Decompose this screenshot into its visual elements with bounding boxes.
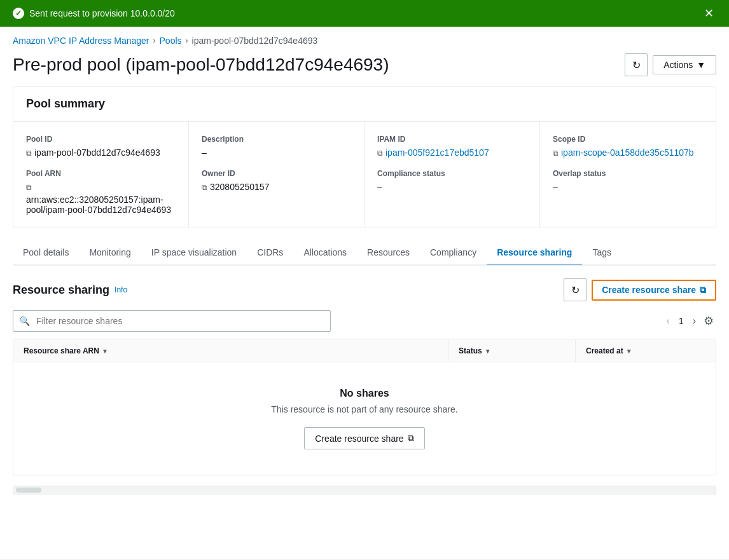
ipam-id-copy-icon[interactable]: ⧉ [377,149,383,158]
pool-id-copy-icon[interactable]: ⧉ [26,149,32,158]
section-actions: ↻ Create resource share ⧉ [564,278,716,301]
success-banner: ✓ Sent request to provision 10.0.0.0/20 … [0,0,729,27]
breadcrumb-link-vpc[interactable]: Amazon VPC IP Address Manager [13,36,149,46]
search-bar: 🔍 [13,310,331,332]
owner-id-label: Owner ID [202,169,351,178]
ipam-id-label: IPAM ID [377,135,527,144]
empty-state: No shares This resource is not part of a… [13,362,716,475]
horizontal-scrollbar [13,486,716,495]
col-resource-share-arn[interactable]: Resource share ARN ▼ [13,340,448,362]
col-status-sort-icon: ▼ [485,348,491,355]
pool-id-value: ⧉ ipam-pool-07bdd12d7c94e4693 [26,147,176,158]
compliance-status-field: Compliance status – [377,169,527,192]
scope-id-value[interactable]: ⧉ ipam-scope-0a158dde35c51107b [553,147,703,158]
owner-id-value: ⧉ 320805250157 [202,182,351,192]
pool-arn-copy-icon[interactable]: ⧉ [26,183,32,192]
scope-id-label: Scope ID [553,135,703,144]
compliance-status-label: Compliance status [377,169,527,178]
tab-monitoring[interactable]: Monitoring [79,241,141,266]
create-resource-share-header-button[interactable]: Create resource share ⧉ [592,280,716,301]
description-value: – [202,147,351,158]
resource-sharing-section: Resource sharing Info ↻ Create resource … [13,278,716,475]
empty-title: No shares [26,388,703,399]
main-content: Amazon VPC IP Address Manager › Pools › … [0,27,729,559]
col-status-label: Status [459,346,482,355]
refresh-button[interactable]: ↻ [625,53,648,76]
scope-id-text: ipam-scope-0a158dde35c51107b [561,147,694,158]
pool-summary-title: Pool summary [26,97,105,110]
pool-arn-value: ⧉ arn:aws:ec2::320805250157:ipam-pool/ip… [26,182,176,215]
create-resource-share-empty-button[interactable]: Create resource share ⧉ [304,427,424,449]
create-share-header-label: Create resource share [602,285,696,295]
tab-ip-space-visualization[interactable]: IP space visualization [141,241,247,266]
owner-id-text: 320805250157 [210,182,269,192]
owner-id-field: Owner ID ⧉ 320805250157 [202,169,351,192]
summary-col-4: Scope ID ⧉ ipam-scope-0a158dde35c51107b … [540,122,716,228]
col-resource-share-arn-sort-icon: ▼ [102,348,108,355]
ipam-id-field: IPAM ID ⧉ ipam-005f921c17ebd5107 [377,135,527,158]
actions-button[interactable]: Actions ▼ [653,55,716,74]
col-created-at[interactable]: Created at ▼ [576,340,716,362]
pool-summary-card: Pool summary Pool ID ⧉ ipam-pool-07bdd12… [13,86,716,228]
prev-page-button[interactable]: ‹ [664,314,672,328]
tab-cidrs[interactable]: CIDRs [247,241,293,266]
pool-arn-field: Pool ARN ⧉ arn:aws:ec2::320805250157:ipa… [26,169,176,215]
compliance-status-value: – [377,182,527,192]
tab-tags[interactable]: Tags [582,241,621,266]
close-banner-button[interactable]: ✕ [702,6,716,20]
pool-arn-label: Pool ARN [26,169,176,178]
pool-summary-grid: Pool ID ⧉ ipam-pool-07bdd12d7c94e4693 Po… [13,121,716,228]
pool-id-text: ipam-pool-07bdd12d7c94e4693 [34,147,160,158]
breadcrumb: Amazon VPC IP Address Manager › Pools › … [0,27,729,51]
page-nav: ‹ 1 › ⚙ [664,313,716,329]
scope-id-field: Scope ID ⧉ ipam-scope-0a158dde35c51107b [553,135,703,158]
section-header: Resource sharing Info ↻ Create resource … [13,278,716,301]
search-input[interactable] [13,310,331,332]
resource-shares-table: Resource share ARN ▼ Status ▼ Created at… [13,339,716,475]
description-label: Description [202,135,351,144]
actions-label: Actions [663,60,693,70]
scope-id-copy-icon[interactable]: ⧉ [553,149,559,158]
actions-chevron-icon: ▼ [697,60,705,70]
empty-desc: This resource is not part of any resourc… [26,404,703,414]
table-settings-button[interactable]: ⚙ [701,313,716,329]
summary-col-2: Description – Owner ID ⧉ 320805250157 [189,122,364,228]
search-row: 🔍 ‹ 1 › ⚙ [13,310,716,332]
col-status[interactable]: Status ▼ [448,340,576,362]
external-link-icon: ⧉ [700,285,706,296]
overlap-status-label: Overlap status [553,169,703,178]
owner-id-copy-icon[interactable]: ⧉ [202,183,207,192]
description-field: Description – [202,135,351,158]
ipam-id-text: ipam-005f921c17ebd5107 [385,147,489,158]
table-header: Resource share ARN ▼ Status ▼ Created at… [13,340,716,362]
section-refresh-button[interactable]: ↻ [564,278,587,301]
tab-allocations[interactable]: Allocations [293,241,357,266]
col-created-at-label: Created at [586,346,623,355]
next-page-button[interactable]: › [690,314,698,328]
banner-left: ✓ Sent request to provision 10.0.0.0/20 [13,8,175,19]
ipam-id-value[interactable]: ⧉ ipam-005f921c17ebd5107 [377,147,527,158]
col-created-at-sort-icon: ▼ [626,348,632,355]
success-icon: ✓ [13,8,24,19]
tab-pool-details[interactable]: Pool details [13,241,79,266]
tab-compliancy[interactable]: Compliancy [420,241,487,266]
scrollbar-thumb [16,488,41,493]
summary-col-3: IPAM ID ⧉ ipam-005f921c17ebd5107 Complia… [364,122,540,228]
section-title-text: Resource sharing [13,283,109,297]
section-title: Resource sharing Info [13,283,127,297]
overlap-status-value: – [553,182,703,192]
pool-arn-text: arn:aws:ec2::320805250157:ipam-pool/ipam… [26,195,176,215]
info-badge[interactable]: Info [115,285,127,294]
breadcrumb-sep-1: › [153,36,156,45]
col-resource-share-arn-label: Resource share ARN [24,346,99,355]
header-actions: ↻ Actions ▼ [625,53,716,76]
banner-message: Sent request to provision 10.0.0.0/20 [29,8,175,18]
pool-summary-header: Pool summary [13,87,716,121]
tab-resource-sharing[interactable]: Resource sharing [487,241,582,266]
tab-resources[interactable]: Resources [357,241,420,266]
summary-col-1: Pool ID ⧉ ipam-pool-07bdd12d7c94e4693 Po… [13,122,189,228]
breadcrumb-link-pools[interactable]: Pools [160,36,182,46]
breadcrumb-sep-2: › [186,36,188,45]
tabs-bar: Pool details Monitoring IP space visuali… [13,241,716,266]
pool-id-label: Pool ID [26,135,176,144]
